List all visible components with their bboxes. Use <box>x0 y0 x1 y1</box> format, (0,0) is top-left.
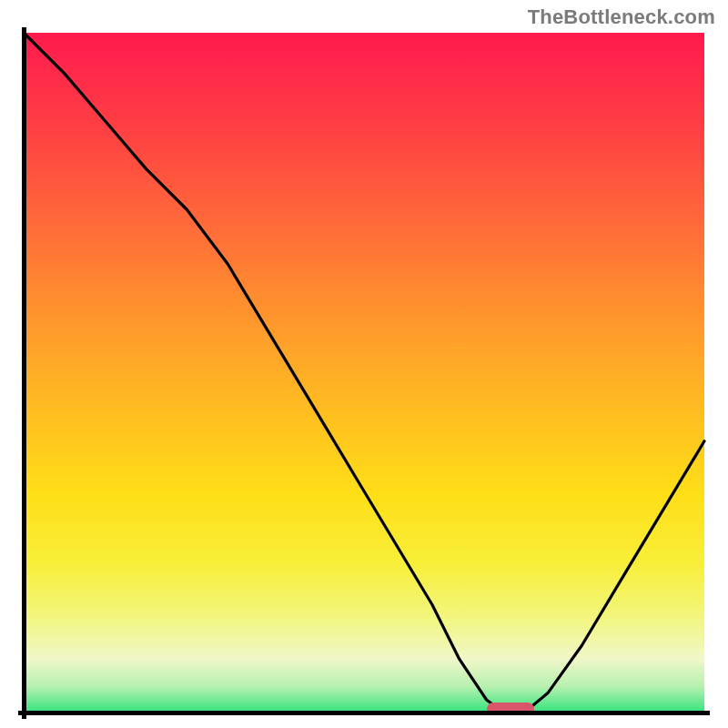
chart-frame <box>18 27 710 719</box>
optimal-range-marker <box>487 703 534 715</box>
plot-area <box>18 27 710 719</box>
attribution-text: TheBottleneck.com <box>528 5 715 29</box>
bottleneck-curve <box>18 27 710 719</box>
